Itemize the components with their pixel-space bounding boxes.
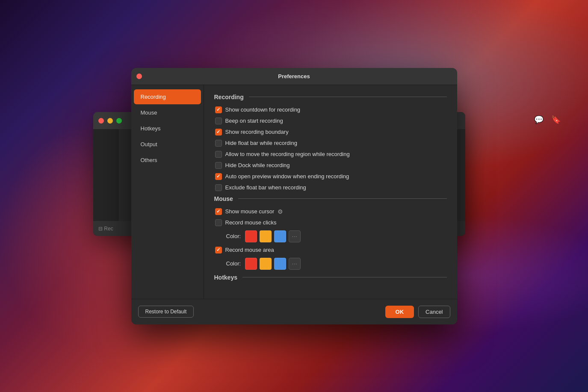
hotkeys-section-line bbox=[242, 277, 447, 277]
checkbox-allow-move[interactable] bbox=[215, 151, 222, 158]
bg-tl-red[interactable] bbox=[98, 118, 104, 124]
label-beep: Beep on start recording bbox=[225, 118, 283, 124]
hotkeys-section-header: Hotkeys bbox=[214, 274, 447, 281]
option-record-area: Record mouse area bbox=[214, 247, 447, 253]
bg-bottom-text: ⊟ Rec bbox=[98, 226, 113, 232]
sidebar: Recording Mouse Hotkeys Output Others bbox=[131, 85, 204, 299]
speech-bubble-icon[interactable]: 💬 bbox=[532, 113, 545, 126]
mouse-section-line bbox=[238, 198, 447, 199]
area-color-label: Color: bbox=[226, 260, 241, 267]
dialog-body: Recording Mouse Hotkeys Output Others Re… bbox=[131, 85, 457, 299]
bg-tl-yellow[interactable] bbox=[107, 118, 113, 124]
dialog-close-button[interactable] bbox=[136, 74, 142, 79]
mouse-section-header: Mouse bbox=[214, 195, 447, 202]
option-hide-dock: Hide Dock while recording bbox=[214, 162, 447, 169]
sidebar-item-recording[interactable]: Recording bbox=[134, 89, 201, 104]
option-record-clicks: Record mouse clicks bbox=[214, 219, 447, 226]
checkbox-hide-dock[interactable] bbox=[215, 162, 222, 169]
clicks-color-row: Color: ··· bbox=[214, 230, 447, 242]
mouse-section-title: Mouse bbox=[214, 195, 233, 202]
label-record-area: Record mouse area bbox=[225, 247, 274, 253]
checkbox-exclude-float[interactable] bbox=[215, 184, 222, 191]
recording-section-line bbox=[249, 97, 447, 97]
label-exclude-float: Exclude float bar when recording bbox=[225, 184, 306, 191]
dialog-title: Preferences bbox=[278, 73, 310, 80]
checkbox-countdown[interactable] bbox=[215, 106, 222, 113]
cursor-settings-gear-icon[interactable]: ⚙ bbox=[278, 208, 283, 215]
sidebar-item-hotkeys[interactable]: Hotkeys bbox=[134, 121, 201, 136]
area-color-blue[interactable] bbox=[274, 258, 286, 270]
option-hide-float: Hide float bar while recording bbox=[214, 140, 447, 147]
checkbox-show-cursor[interactable] bbox=[215, 208, 222, 215]
recording-section-title: Recording bbox=[214, 94, 244, 100]
label-auto-open: Auto open preview window when ending rec… bbox=[225, 173, 349, 180]
label-show-cursor: Show mouse cursor bbox=[225, 208, 275, 215]
checkbox-record-clicks[interactable] bbox=[215, 219, 222, 226]
bg-tl-green[interactable] bbox=[116, 118, 122, 124]
option-countdown: Show countdown for recording bbox=[214, 106, 447, 113]
hotkeys-section-title: Hotkeys bbox=[214, 274, 237, 281]
option-exclude-float: Exclude float bar when recording bbox=[214, 184, 447, 191]
clicks-color-more-button[interactable]: ··· bbox=[289, 230, 301, 242]
label-countdown: Show countdown for recording bbox=[225, 106, 301, 113]
area-color-row: Color: ··· bbox=[214, 258, 447, 270]
cancel-button[interactable]: Cancel bbox=[418, 306, 450, 318]
area-color-more-button[interactable]: ··· bbox=[289, 258, 301, 270]
preferences-dialog: Preferences Recording Mouse Hotkeys Outp… bbox=[131, 68, 457, 324]
option-show-cursor: Show mouse cursor ⚙ bbox=[214, 208, 447, 215]
option-allow-move: Allow to move the recording region while… bbox=[214, 151, 447, 158]
label-record-clicks: Record mouse clicks bbox=[225, 219, 277, 226]
clicks-color-yellow[interactable] bbox=[260, 230, 272, 242]
sidebar-item-output[interactable]: Output bbox=[134, 137, 201, 152]
restore-default-button[interactable]: Restore to Default bbox=[138, 306, 194, 318]
label-hide-dock: Hide Dock while recording bbox=[225, 162, 290, 168]
clicks-color-blue[interactable] bbox=[274, 230, 286, 242]
checkbox-auto-open[interactable] bbox=[215, 173, 222, 180]
bg-window-sidebar bbox=[93, 129, 119, 236]
checkbox-boundary[interactable] bbox=[215, 129, 222, 136]
sidebar-item-others[interactable]: Others bbox=[134, 153, 201, 168]
option-beep: Beep on start recording bbox=[214, 118, 447, 124]
dialog-titlebar: Preferences bbox=[131, 68, 457, 85]
clicks-color-label: Color: bbox=[226, 233, 241, 239]
bookmark-icon[interactable]: 🔖 bbox=[550, 113, 562, 126]
area-color-yellow[interactable] bbox=[260, 258, 272, 270]
label-hide-float: Hide float bar while recording bbox=[225, 140, 297, 146]
dialog-footer: Restore to Default OK Cancel bbox=[131, 299, 457, 324]
option-auto-open: Auto open preview window when ending rec… bbox=[214, 173, 447, 180]
right-icons: 💬 🔖 bbox=[532, 113, 562, 126]
area-color-red[interactable] bbox=[245, 258, 257, 270]
footer-right-buttons: OK Cancel bbox=[385, 306, 450, 318]
label-allow-move: Allow to move the recording region while… bbox=[225, 151, 350, 157]
checkbox-record-area[interactable] bbox=[215, 247, 222, 253]
recording-section-header: Recording bbox=[214, 94, 447, 100]
option-boundary: Show recording boundary bbox=[214, 129, 447, 136]
sidebar-item-mouse[interactable]: Mouse bbox=[134, 105, 201, 120]
content-area: Recording Show countdown for recording B… bbox=[204, 85, 457, 299]
clicks-color-red[interactable] bbox=[245, 230, 257, 242]
label-boundary: Show recording boundary bbox=[225, 129, 289, 135]
checkbox-hide-float[interactable] bbox=[215, 140, 222, 147]
ok-button[interactable]: OK bbox=[385, 306, 414, 318]
checkbox-beep[interactable] bbox=[215, 118, 222, 124]
